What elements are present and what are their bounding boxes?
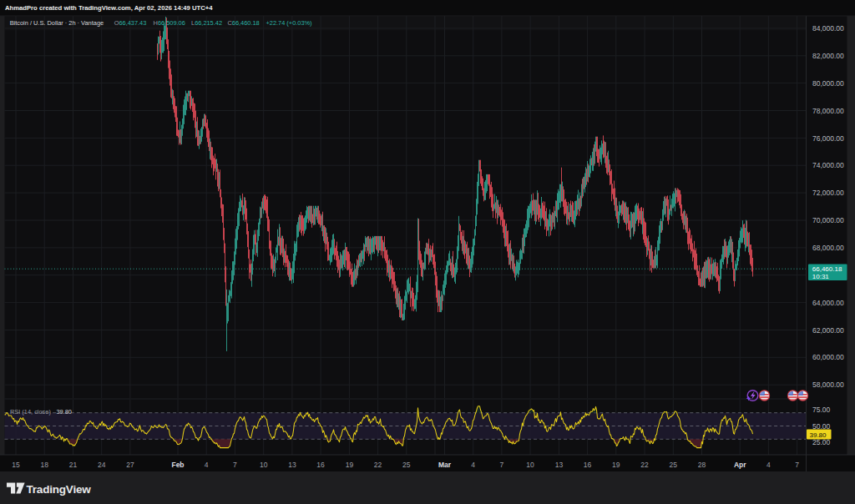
svg-text:74,000.00: 74,000.00 bbox=[812, 161, 844, 169]
svg-text:RSI (14, close): RSI (14, close) bbox=[10, 408, 51, 416]
svg-text:39.80: 39.80 bbox=[810, 431, 827, 439]
svg-text:60,000.00: 60,000.00 bbox=[812, 353, 844, 361]
svg-text:10: 10 bbox=[526, 461, 534, 469]
svg-text:L66,215.42: L66,215.42 bbox=[191, 19, 222, 27]
svg-text:10: 10 bbox=[260, 461, 268, 469]
svg-text:19: 19 bbox=[612, 461, 620, 469]
svg-text:76,000.00: 76,000.00 bbox=[812, 134, 844, 143]
svg-text:7: 7 bbox=[233, 461, 237, 469]
svg-text:4: 4 bbox=[205, 461, 209, 469]
svg-text:27: 27 bbox=[126, 461, 134, 469]
svg-text:+22.74 (+0.03%): +22.74 (+0.03%) bbox=[266, 19, 312, 27]
svg-text:19: 19 bbox=[346, 461, 354, 469]
svg-text:H66,509.06: H66,509.06 bbox=[154, 19, 185, 27]
svg-text:AhmadPro created with TradingV: AhmadPro created with TradingView.com, A… bbox=[5, 4, 213, 12]
svg-text:22: 22 bbox=[374, 461, 382, 469]
svg-text:16: 16 bbox=[316, 461, 325, 469]
svg-text:4: 4 bbox=[471, 461, 475, 469]
svg-text:50.00: 50.00 bbox=[812, 422, 831, 431]
svg-text:64,000.00: 64,000.00 bbox=[812, 299, 844, 307]
svg-text:28: 28 bbox=[698, 461, 706, 469]
svg-text:7: 7 bbox=[500, 461, 504, 469]
svg-text:25: 25 bbox=[402, 461, 411, 469]
svg-text:62,000.00: 62,000.00 bbox=[812, 326, 844, 335]
svg-text:22: 22 bbox=[640, 461, 649, 469]
svg-text:O66,437.43: O66,437.43 bbox=[114, 19, 147, 27]
svg-text:25: 25 bbox=[670, 461, 678, 469]
svg-text:TradingView: TradingView bbox=[27, 483, 92, 496]
svg-text:18: 18 bbox=[40, 461, 48, 469]
svg-text:15: 15 bbox=[12, 461, 20, 469]
svg-text:Apr: Apr bbox=[734, 461, 746, 469]
svg-text:16: 16 bbox=[584, 461, 592, 469]
svg-text:Feb: Feb bbox=[171, 461, 184, 469]
svg-text:C66,460.18: C66,460.18 bbox=[228, 19, 260, 27]
svg-text:7: 7 bbox=[795, 461, 799, 469]
svg-text:72,000.00: 72,000.00 bbox=[812, 189, 844, 197]
svg-text:Bitcoin / U.S. Dollar · 2h · V: Bitcoin / U.S. Dollar · 2h · Vantage bbox=[10, 19, 104, 27]
svg-text:4: 4 bbox=[766, 461, 771, 469]
svg-text:82,000.00: 82,000.00 bbox=[812, 52, 844, 60]
svg-text:84,000.00: 84,000.00 bbox=[812, 24, 844, 33]
svg-text:10:31: 10:31 bbox=[812, 273, 830, 280]
svg-text:80,000.00: 80,000.00 bbox=[812, 79, 844, 88]
svg-text:68,000.00: 68,000.00 bbox=[812, 244, 844, 252]
svg-text:70,000.00: 70,000.00 bbox=[812, 216, 844, 224]
svg-text:13: 13 bbox=[288, 461, 296, 469]
svg-text:21: 21 bbox=[69, 461, 78, 469]
svg-text:Mar: Mar bbox=[438, 461, 452, 469]
svg-text:24: 24 bbox=[98, 461, 106, 469]
svg-text:25.00: 25.00 bbox=[812, 438, 831, 446]
svg-text:75.00: 75.00 bbox=[812, 406, 831, 414]
svg-text:13: 13 bbox=[555, 461, 564, 469]
svg-text:78,000.00: 78,000.00 bbox=[812, 107, 844, 115]
svg-text:58,000.00: 58,000.00 bbox=[812, 381, 844, 389]
svg-text:39.80: 39.80 bbox=[56, 408, 72, 416]
svg-text:66,460.18: 66,460.18 bbox=[812, 265, 842, 273]
